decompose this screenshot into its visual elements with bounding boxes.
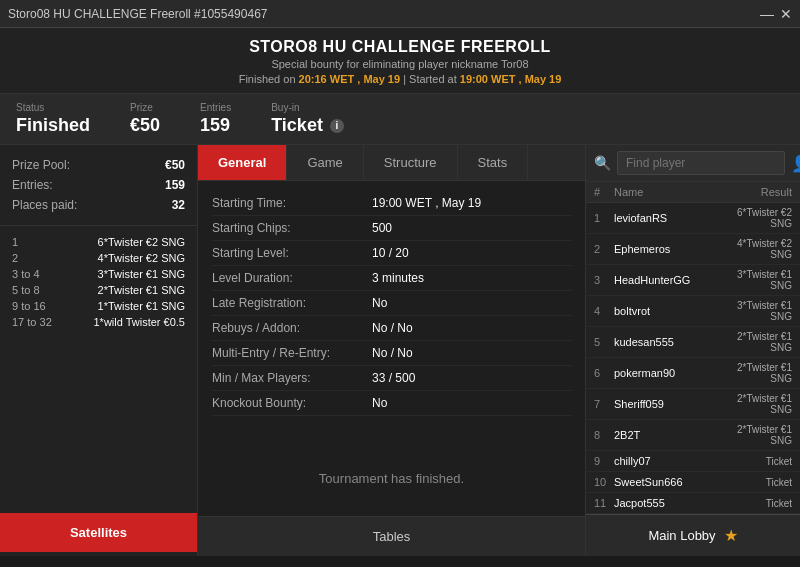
- info-key: Rebuys / Addon:: [212, 321, 372, 335]
- entries-value-left: 159: [165, 178, 185, 192]
- info-key: Knockout Bounty:: [212, 396, 372, 410]
- tab-game[interactable]: Game: [287, 145, 363, 180]
- player-name: Sheriff059: [614, 398, 722, 410]
- header: STORO8 HU CHALLENGE FREEROLL Special bou…: [0, 28, 800, 94]
- player-result: 2*Twister €1 SNG: [722, 331, 792, 353]
- player-row[interactable]: 9chilly07Ticket: [586, 451, 800, 472]
- player-row[interactable]: 2Ephemeros4*Twister €2 SNG: [586, 234, 800, 265]
- started-label: Started at: [409, 73, 457, 85]
- place-val: 2*Twister €1 SNG: [98, 284, 185, 296]
- tournament-timing: Finished on 20:16 WET , May 19 | Started…: [0, 73, 800, 85]
- player-row[interactable]: 11Jacpot555Ticket: [586, 493, 800, 514]
- status-bar: Status Finished Prize €50 Entries 159 Bu…: [0, 94, 800, 145]
- prize-pool-row: Prize Pool: €50: [12, 155, 185, 175]
- tournament-subtitle: Special bounty for eliminating player ni…: [0, 58, 800, 70]
- player-row[interactable]: 82B2T2*Twister €1 SNG: [586, 420, 800, 451]
- buyin-item: Buy-in Ticket i: [271, 102, 344, 136]
- player-name: kudesan555: [614, 336, 722, 348]
- tab-general[interactable]: General: [198, 145, 287, 180]
- player-row[interactable]: 7Sheriff0592*Twister €1 SNG: [586, 389, 800, 420]
- status-item: Status Finished: [16, 102, 90, 136]
- satellites-button[interactable]: Satellites: [0, 513, 197, 552]
- entries-value: 159: [200, 115, 230, 135]
- player-result: 3*Twister €1 SNG: [722, 269, 792, 291]
- player-num: 11: [594, 497, 614, 509]
- search-input[interactable]: [617, 151, 785, 175]
- player-result: 4*Twister €2 SNG: [722, 238, 792, 260]
- prize-places: 16*Twister €2 SNG24*Twister €2 SNG3 to 4…: [0, 226, 197, 505]
- center-panel: GeneralGameStructureStats Starting Time:…: [198, 145, 585, 556]
- prize-info: Prize Pool: €50 Entries: 159 Places paid…: [0, 145, 197, 226]
- player-num: 8: [594, 429, 614, 441]
- player-num: 1: [594, 212, 614, 224]
- title-bar: Storo08 HU CHALLENGE Freeroll #105549046…: [0, 0, 800, 28]
- star-icon: ★: [724, 526, 738, 545]
- status-value: Finished: [16, 115, 90, 135]
- places-paid-row: Places paid: 32: [12, 195, 185, 215]
- info-key: Min / Max Players:: [212, 371, 372, 385]
- info-row: Level Duration:3 minutes: [212, 266, 571, 291]
- player-result: Ticket: [722, 498, 792, 509]
- title-bar-controls: — ✕: [760, 7, 792, 21]
- place-row: 9 to 161*Twister €1 SNG: [12, 298, 185, 314]
- place-row: 5 to 82*Twister €1 SNG: [12, 282, 185, 298]
- player-row[interactable]: 5kudesan5552*Twister €1 SNG: [586, 327, 800, 358]
- entries-label: Entries: [200, 102, 231, 113]
- player-row[interactable]: 10SweetSun666Ticket: [586, 472, 800, 493]
- place-label: 1: [12, 236, 18, 248]
- tab-stats[interactable]: Stats: [458, 145, 529, 180]
- main-lobby-button[interactable]: Main Lobby ★: [586, 514, 800, 556]
- player-name: boltvrot: [614, 305, 722, 317]
- place-val: 3*Twister €1 SNG: [98, 268, 185, 280]
- player-result: 2*Twister €1 SNG: [722, 424, 792, 446]
- info-key: Late Registration:: [212, 296, 372, 310]
- buyin-label: Buy-in: [271, 102, 344, 113]
- player-row[interactable]: 4boltvrot3*Twister €1 SNG: [586, 296, 800, 327]
- player-num: 10: [594, 476, 614, 488]
- player-row[interactable]: 3HeadHunterGG3*Twister €1 SNG: [586, 265, 800, 296]
- info-val: No: [372, 396, 387, 410]
- main-content: Prize Pool: €50 Entries: 159 Places paid…: [0, 145, 800, 556]
- player-list-header: # Name Result: [586, 182, 800, 203]
- info-val: No: [372, 296, 387, 310]
- info-row: Starting Time:19:00 WET , May 19: [212, 191, 571, 216]
- buyin-info-icon[interactable]: i: [330, 119, 344, 133]
- info-val: 19:00 WET , May 19: [372, 196, 481, 210]
- info-val: 10 / 20: [372, 246, 409, 260]
- player-name: Ephemeros: [614, 243, 722, 255]
- place-label: 17 to 32: [12, 316, 52, 328]
- player-row[interactable]: 6pokerman902*Twister €1 SNG: [586, 358, 800, 389]
- info-row: Late Registration:No: [212, 291, 571, 316]
- info-val: No / No: [372, 346, 413, 360]
- place-row: 16*Twister €2 SNG: [12, 234, 185, 250]
- player-row[interactable]: 1leviofanRS6*Twister €2 SNG: [586, 203, 800, 234]
- right-panel: 🔍 👤 # Name Result 1leviofanRS6*Twister €…: [585, 145, 800, 556]
- prize-pool-label: Prize Pool:: [12, 158, 70, 172]
- player-name: leviofanRS: [614, 212, 722, 224]
- info-key: Starting Level:: [212, 246, 372, 260]
- info-row: Rebuys / Addon:No / No: [212, 316, 571, 341]
- tables-button[interactable]: Tables: [198, 516, 585, 556]
- close-button[interactable]: ✕: [780, 7, 792, 21]
- info-val: 500: [372, 221, 392, 235]
- search-bar: 🔍 👤: [586, 145, 800, 182]
- add-player-icon[interactable]: 👤: [791, 154, 800, 173]
- player-name: pokerman90: [614, 367, 722, 379]
- tab-bar: GeneralGameStructureStats: [198, 145, 585, 181]
- general-content: Starting Time:19:00 WET , May 19Starting…: [198, 181, 585, 441]
- info-row: Knockout Bounty:No: [212, 391, 571, 416]
- prize-label: Prize: [130, 102, 160, 113]
- place-val: 1*wild Twister €0.5: [93, 316, 185, 328]
- player-num: 6: [594, 367, 614, 379]
- tab-structure[interactable]: Structure: [364, 145, 458, 180]
- minimize-button[interactable]: —: [760, 7, 774, 21]
- info-val: 33 / 500: [372, 371, 415, 385]
- player-name: 2B2T: [614, 429, 722, 441]
- buyin-value: Ticket i: [271, 115, 344, 135]
- finished-label: Finished on: [239, 73, 296, 85]
- finished-time: 20:16 WET , May 19: [299, 73, 401, 85]
- player-result: Ticket: [722, 456, 792, 467]
- prize-value: €50: [130, 115, 160, 135]
- info-key: Level Duration:: [212, 271, 372, 285]
- entries-row: Entries: 159: [12, 175, 185, 195]
